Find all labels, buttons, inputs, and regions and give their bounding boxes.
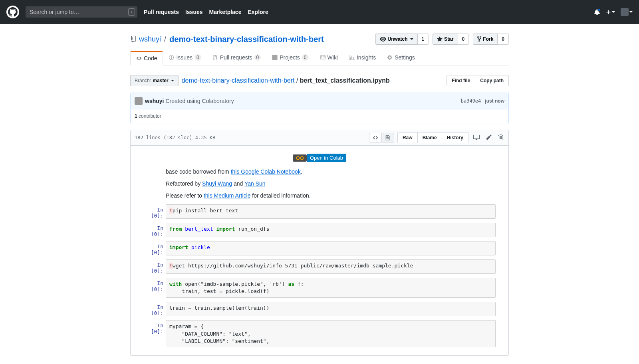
tab-wiki[interactable]: Wiki xyxy=(314,51,343,65)
star-icon xyxy=(437,36,443,42)
commit-sha[interactable]: ba349e4 xyxy=(461,98,481,104)
code-cell: In [0]: myparam = { "DATA_COLUMN": "text… xyxy=(143,320,496,347)
edit-icon[interactable] xyxy=(484,134,493,142)
svg-point-1 xyxy=(300,156,303,159)
user-menu[interactable] xyxy=(621,8,633,16)
commit-avatar xyxy=(135,97,143,105)
repo-owner-link[interactable]: wshuyi xyxy=(139,35,161,44)
notifications-icon[interactable] xyxy=(594,9,600,15)
tab-projects[interactable]: Projects 0 xyxy=(266,51,314,65)
search-input[interactable] xyxy=(26,6,137,18)
fork-count[interactable]: 0 xyxy=(498,34,509,45)
repo-icon xyxy=(130,36,137,42)
repo-name-link[interactable]: demo-text-binary-classification-with-ber… xyxy=(169,35,324,44)
slash-hint: / xyxy=(128,8,135,16)
nav-marketplace[interactable]: Marketplace xyxy=(209,9,242,15)
star-count[interactable]: 0 xyxy=(458,34,469,45)
breadcrumb: demo-text-binary-classification-with-ber… xyxy=(182,77,390,84)
breadcrumb-repo[interactable]: demo-text-binary-classification-with-ber… xyxy=(182,77,295,84)
nav-pull-requests[interactable]: Pull requests xyxy=(144,9,179,15)
chevron-down-icon xyxy=(171,80,174,81)
raw-button[interactable]: Raw xyxy=(397,132,418,143)
code-cell: In [0]: !wget https://github.com/wshuyi/… xyxy=(143,259,496,274)
commit-author[interactable]: wshuyi xyxy=(145,98,164,104)
book-icon xyxy=(320,55,325,60)
trash-icon[interactable] xyxy=(496,134,504,142)
tab-issues[interactable]: Issues 0 xyxy=(163,51,206,65)
code-icon xyxy=(136,55,142,61)
search-container: / xyxy=(26,6,137,18)
github-logo[interactable] xyxy=(6,6,19,18)
separator: / xyxy=(164,35,166,44)
chevron-down-icon xyxy=(410,38,413,40)
star-button[interactable]: Star xyxy=(433,34,458,45)
gear-icon xyxy=(387,55,393,60)
find-file-button[interactable]: Find file xyxy=(447,75,475,86)
tab-insights[interactable]: Insights xyxy=(343,51,381,65)
branch-select[interactable]: Branch: master xyxy=(130,75,179,86)
svg-point-0 xyxy=(296,156,299,159)
code-cell: In [0]: from bert_text import run_on_dfs xyxy=(143,223,496,237)
notebook-content: Open in Colab base code borrowed from th… xyxy=(131,146,508,355)
breadcrumb-file: bert_text_classification.ipynb xyxy=(300,77,390,84)
yan-sun-link[interactable]: Yan Sun xyxy=(244,180,266,187)
graph-icon xyxy=(349,55,355,60)
eye-icon xyxy=(380,36,386,42)
blame-button[interactable]: Blame xyxy=(418,132,442,143)
prs-count: 0 xyxy=(254,54,261,61)
unwatch-button[interactable]: Unwatch xyxy=(375,34,418,45)
nav-explore[interactable]: Explore xyxy=(248,9,268,15)
nav-issues[interactable]: Issues xyxy=(185,9,203,15)
create-new-icon[interactable] xyxy=(606,10,615,15)
code-cell: In [0]: import pickle xyxy=(143,241,496,255)
code-cell: In [0]: with open("imdb-sample.pickle", … xyxy=(143,278,496,298)
commit-time: just now xyxy=(485,98,504,104)
tab-pull-requests[interactable]: Pull requests 0 xyxy=(207,51,267,65)
file-info: 182 lines (182 sloc) 4.35 KB xyxy=(135,135,215,140)
commit-message: Created using Colaboratory xyxy=(165,98,234,104)
tab-code[interactable]: Code xyxy=(130,51,163,65)
issue-icon xyxy=(169,55,174,60)
fork-button[interactable]: Fork xyxy=(473,34,498,45)
rendered-view-button[interactable] xyxy=(382,133,394,142)
fork-icon xyxy=(477,36,481,42)
code-cell: In [0]: !pip install bert-text xyxy=(143,204,496,219)
shuyi-wang-link[interactable]: Shuyi Wang xyxy=(202,180,232,187)
pr-icon xyxy=(212,55,218,60)
notification-dot xyxy=(597,8,601,12)
contributors-bar: 1 contributor xyxy=(130,109,509,123)
projects-count: 0 xyxy=(302,54,309,61)
commit-tease: wshuyi Created using Colaboratory ba349e… xyxy=(130,93,509,109)
avatar xyxy=(621,8,629,16)
contributors-link[interactable]: 1 contributor xyxy=(135,113,161,119)
open-in-colab-link[interactable]: Open in Colab xyxy=(293,154,346,162)
code-cell: In [0]: train = train.sample(len(train)) xyxy=(143,302,496,316)
colab-notebook-link[interactable]: this Google Colab Notebook xyxy=(231,168,301,175)
desktop-icon[interactable] xyxy=(472,134,481,142)
project-icon xyxy=(272,55,278,60)
medium-article-link[interactable]: this Medium Article xyxy=(204,192,250,199)
source-view-button[interactable] xyxy=(369,133,382,142)
copy-path-button[interactable]: Copy path xyxy=(475,75,509,86)
issues-count: 0 xyxy=(194,54,201,61)
history-button[interactable]: History xyxy=(442,132,468,143)
tab-settings[interactable]: Settings xyxy=(381,51,421,65)
watch-count[interactable]: 1 xyxy=(418,34,429,45)
